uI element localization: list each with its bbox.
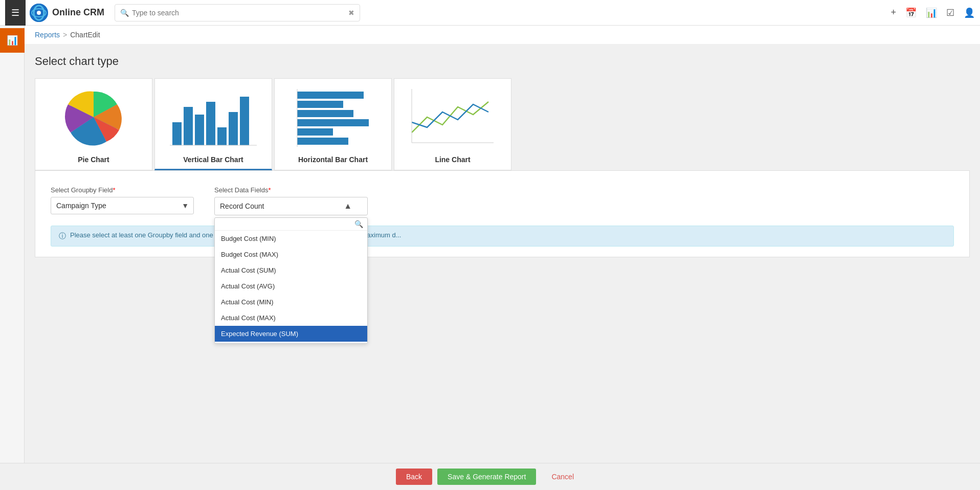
logo-area: Online CRM <box>30 4 104 22</box>
reports-icon: 📊 <box>7 35 18 46</box>
search-icon: 🔍 <box>120 9 129 17</box>
dropdown-item-expected-revenue-avg[interactable]: Expected Revenue (AVG) <box>215 342 367 343</box>
calendar-icon[interactable]: 📅 <box>905 7 917 18</box>
vertical-bar-label: Vertical Bar Chart <box>183 155 243 164</box>
datafields-label: Select Data Fields* <box>214 186 368 194</box>
breadcrumb-separator: > <box>63 31 67 39</box>
chart-icon[interactable]: 📊 <box>926 7 937 18</box>
dropdown-item-budget-cost-max[interactable]: Budget Cost (MAX) <box>215 247 367 262</box>
svg-point-3 <box>37 11 41 15</box>
hamburger-button[interactable]: ☰ <box>5 0 26 26</box>
dropdown-search: 🔍 <box>215 218 367 231</box>
vertical-bar-thumbnail <box>165 84 262 150</box>
tasks-icon[interactable]: ☑ <box>946 7 954 18</box>
main-content: Reports > ChartEdit Select chart type <box>25 26 980 490</box>
breadcrumb-reports-link[interactable]: Reports <box>35 31 60 39</box>
top-navigation: ☰ Online CRM 🔍 ✖ + 📅 📊 ☑ 👤 <box>0 0 980 26</box>
dropdown-item-actual-cost-avg[interactable]: Actual Cost (AVG) <box>215 278 367 294</box>
sidebar-item-reports[interactable]: 📊 <box>0 28 25 53</box>
cancel-button[interactable]: Cancel <box>541 469 584 485</box>
breadcrumb: Reports > ChartEdit <box>25 26 980 44</box>
search-bar[interactable]: 🔍 ✖ <box>115 4 360 21</box>
dropdown-item-budget-cost-min[interactable]: Budget Cost (MIN) <box>215 231 367 247</box>
dropdown-search-input[interactable] <box>219 220 354 228</box>
page-title: Select chart type <box>35 55 970 68</box>
chart-card-horizontal-bar[interactable]: Horizontal Bar Chart <box>274 78 392 170</box>
info-message: ⓘ Please select at least one Groupby fie… <box>51 226 954 247</box>
svg-rect-18 <box>297 138 348 145</box>
multiselect-arrow: ▲ <box>344 202 352 211</box>
sidebar: 📊 <box>0 26 25 490</box>
config-panel: Select Groupby Field* Campaign Type Camp… <box>35 170 970 257</box>
chart-card-vertical-bar[interactable]: Vertical Bar Chart <box>154 78 272 170</box>
save-generate-button[interactable]: Save & Generate Report <box>437 469 536 485</box>
dropdown-list: Budget Cost (MIN) Budget Cost (MAX) Actu… <box>215 231 367 343</box>
back-button[interactable]: Back <box>396 469 432 485</box>
dropdown-item-expected-revenue-sum[interactable]: Expected Revenue (SUM) <box>215 326 367 342</box>
dropdown-search-icon: 🔍 <box>354 220 363 228</box>
datafields-field-group: Select Data Fields* Record Count ▲ <box>214 186 368 215</box>
breadcrumb-current: ChartEdit <box>70 31 100 39</box>
menu-icon: ☰ <box>11 7 19 18</box>
svg-rect-8 <box>206 102 215 145</box>
svg-rect-5 <box>172 122 182 145</box>
groupby-select-wrapper: Campaign Type Campaign Name Status Type … <box>51 197 194 214</box>
chart-card-line[interactable]: Line Chart <box>394 78 511 170</box>
app-name: Online CRM <box>52 7 104 18</box>
line-chart-label: Line Chart <box>435 155 470 164</box>
datafields-value: Record Count <box>220 202 264 210</box>
user-icon[interactable]: 👤 <box>964 7 975 18</box>
datafields-multiselect[interactable]: Record Count ▲ <box>214 197 368 215</box>
field-row: Select Groupby Field* Campaign Type Camp… <box>51 186 954 215</box>
svg-rect-7 <box>195 115 204 145</box>
search-input[interactable] <box>132 9 348 17</box>
plus-icon[interactable]: + <box>890 7 896 18</box>
svg-rect-14 <box>297 101 343 108</box>
groupby-select[interactable]: Campaign Type Campaign Name Status Type <box>51 197 194 214</box>
dropdown-item-actual-cost-sum[interactable]: Actual Cost (SUM) <box>215 262 367 278</box>
logo-image <box>30 4 48 22</box>
svg-rect-6 <box>184 107 193 145</box>
chart-type-selector: Pie Chart <box>35 78 970 170</box>
svg-rect-13 <box>297 92 364 99</box>
svg-rect-10 <box>229 112 238 145</box>
svg-rect-17 <box>297 128 333 136</box>
page-body: Select chart type <box>25 44 980 268</box>
nav-icons: + 📅 📊 ☑ 👤 <box>890 7 975 18</box>
search-clear-icon[interactable]: ✖ <box>348 9 354 17</box>
chart-card-pie[interactable]: Pie Chart <box>35 78 152 170</box>
pie-chart-label: Pie Chart <box>78 155 109 164</box>
line-chart-thumbnail <box>404 84 501 150</box>
svg-rect-15 <box>297 110 353 117</box>
horizontal-bar-thumbnail <box>284 84 382 150</box>
dropdown-item-actual-cost-min[interactable]: Actual Cost (MIN) <box>215 294 367 310</box>
layout: 📊 Reports > ChartEdit Select chart type <box>0 26 980 490</box>
groupby-label: Select Groupby Field* <box>51 186 194 194</box>
groupby-field-group: Select Groupby Field* Campaign Type Camp… <box>51 186 194 215</box>
svg-rect-9 <box>217 127 227 145</box>
dropdown-item-actual-cost-max[interactable]: Actual Cost (MAX) <box>215 310 367 326</box>
dropdown-container: 🔍 Budget Cost (MIN) Budget Cost (MAX) Ac… <box>214 217 368 344</box>
svg-rect-16 <box>297 119 369 126</box>
multiselect-wrapper: Record Count ▲ 🔍 Budget Cost (M <box>214 197 368 215</box>
horizontal-bar-label: Horizontal Bar Chart <box>298 155 368 164</box>
footer-bar: Back Save & Generate Report Cancel <box>0 463 980 490</box>
svg-rect-11 <box>240 97 249 145</box>
pie-chart-thumbnail <box>45 84 142 150</box>
info-icon: ⓘ <box>59 232 66 241</box>
